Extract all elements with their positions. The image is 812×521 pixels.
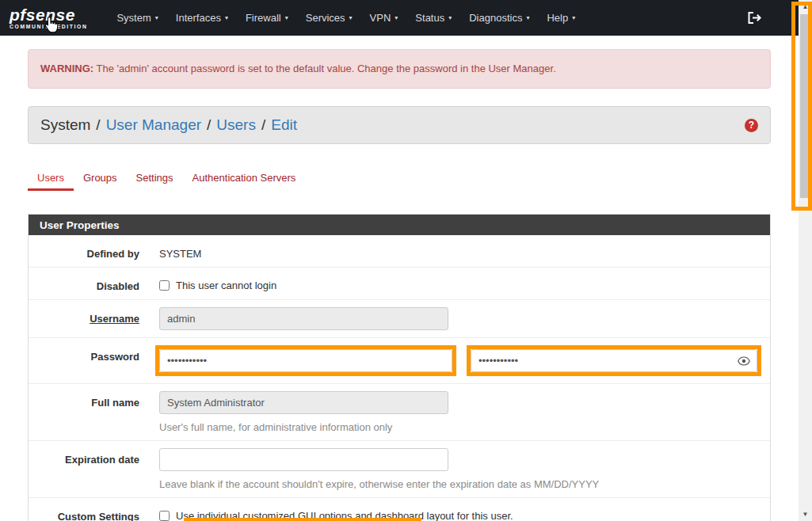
- chevron-down-icon: ▾: [572, 14, 575, 21]
- tab-bar: Users Groups Settings Authentication Ser…: [28, 165, 771, 191]
- expiration-date-label: Expiration date: [29, 448, 159, 466]
- breadcrumb-edit[interactable]: Edit: [271, 116, 297, 134]
- form-row-password: Password: [29, 338, 770, 384]
- nav-item-system[interactable]: System▾: [108, 6, 166, 30]
- navbar-menu: System▾ Interfaces▾ Firewall▾ Services▾ …: [108, 6, 584, 30]
- nav-item-firewall[interactable]: Firewall▾: [237, 6, 297, 30]
- chevron-down-icon: ▾: [526, 14, 529, 21]
- breadcrumb-separator: /: [261, 116, 265, 134]
- full-name-input: [159, 391, 448, 414]
- tab-authentication-servers[interactable]: Authentication Servers: [183, 165, 306, 191]
- breadcrumb-separator: /: [207, 116, 211, 134]
- nav-item-diagnostics[interactable]: Diagnostics▾: [460, 6, 538, 30]
- nav-item-services[interactable]: Services▾: [297, 6, 361, 30]
- help-icon[interactable]: ?: [745, 119, 758, 132]
- pfsense-logo-subtext: COMMUNITY EDITION: [10, 25, 87, 30]
- scrollbar-thumb[interactable]: [800, 14, 810, 198]
- form-row-expiration-date: Expiration date Leave blank if the accou…: [29, 441, 770, 498]
- reveal-password-eye-icon[interactable]: [738, 356, 750, 366]
- tab-users[interactable]: Users: [28, 165, 74, 191]
- scroll-down-arrow-icon[interactable]: ▼: [799, 508, 812, 520]
- password-label: Password: [29, 345, 159, 363]
- logout-icon[interactable]: [747, 11, 762, 25]
- vertical-scrollbar[interactable]: ▲ ▼: [799, 0, 812, 521]
- disabled-checkbox-label: This user cannot login: [176, 280, 276, 291]
- tab-settings[interactable]: Settings: [127, 165, 183, 191]
- defined-by-label: Defined by: [29, 242, 159, 260]
- nav-item-diagnostics-label: Diagnostics: [469, 12, 522, 24]
- username-label[interactable]: Username: [29, 307, 159, 325]
- disabled-checkbox[interactable]: [159, 280, 170, 291]
- pfsense-logo-text: pfsense: [10, 6, 87, 23]
- custom-settings-checkbox-label: Use individual customized GUI options an…: [176, 510, 513, 521]
- nav-item-vpn[interactable]: VPN▾: [361, 6, 407, 30]
- highlight-confirm-password-field: [467, 345, 761, 376]
- form-row-disabled: Disabled This user cannot login: [29, 268, 770, 300]
- breadcrumb-user-manager[interactable]: User Manager: [106, 116, 201, 134]
- highlight-password-field: [155, 345, 456, 376]
- chevron-down-icon: ▾: [225, 14, 228, 21]
- form-row-full-name: Full name User's full name, for administ…: [29, 384, 770, 441]
- nav-item-vpn-label: VPN: [370, 12, 391, 24]
- defined-by-value: SYSTEM: [159, 242, 754, 260]
- full-name-help-text: User's full name, for administrative inf…: [159, 421, 754, 433]
- confirm-password-input[interactable]: [471, 349, 757, 372]
- pfsense-page: pfsense COMMUNITY EDITION System▾ Interf…: [0, 0, 799, 521]
- custom-settings-label: Custom Settings: [29, 505, 159, 521]
- chevron-down-icon: ▾: [285, 14, 288, 21]
- nav-item-firewall-label: Firewall: [246, 12, 281, 24]
- nav-item-interfaces-label: Interfaces: [176, 12, 221, 24]
- chevron-down-icon: ▾: [448, 14, 452, 21]
- disabled-label: Disabled: [29, 275, 159, 292]
- nav-item-system-label: System: [116, 12, 151, 24]
- custom-settings-checkbox[interactable]: [159, 511, 170, 521]
- nav-item-help-label: Help: [547, 12, 568, 24]
- expiration-date-help-text: Leave blank if the account shouldn't exp…: [159, 478, 754, 490]
- full-name-label: Full name: [29, 391, 159, 409]
- nav-item-status-label: Status: [415, 12, 444, 24]
- top-navbar: pfsense COMMUNITY EDITION System▾ Interf…: [0, 0, 799, 36]
- warning-prefix: WARNING:: [40, 63, 93, 74]
- breadcrumb: System / User Manager / Users / Edit ?: [28, 106, 771, 144]
- nav-item-help[interactable]: Help▾: [538, 6, 584, 30]
- panel-title: User Properties: [29, 215, 770, 235]
- nav-item-services-label: Services: [306, 12, 345, 24]
- chevron-down-icon: ▾: [395, 14, 398, 21]
- main-content: WARNING: The 'admin' account password is…: [0, 36, 799, 521]
- breadcrumb-system: System: [40, 116, 90, 134]
- tab-groups[interactable]: Groups: [74, 165, 127, 191]
- password-warning-alert: WARNING: The 'admin' account password is…: [28, 49, 771, 89]
- form-row-custom-settings: Custom Settings Use individual customize…: [29, 498, 770, 521]
- breadcrumb-users[interactable]: Users: [216, 116, 256, 134]
- form-row-username: Username: [29, 300, 770, 338]
- scroll-up-arrow-icon[interactable]: ▲: [799, 1, 812, 13]
- user-properties-form: Defined by SYSTEM Disabled This user can…: [29, 235, 770, 521]
- chevron-down-icon: ▾: [349, 14, 353, 21]
- breadcrumb-separator: /: [96, 116, 100, 134]
- warning-message: The 'admin' account password is set to t…: [93, 63, 357, 74]
- expiration-date-input[interactable]: [159, 448, 448, 471]
- form-row-defined-by: Defined by SYSTEM: [29, 235, 770, 268]
- change-password-link[interactable]: Change the password in the User Manager.: [357, 63, 556, 74]
- nav-item-status[interactable]: Status▾: [406, 6, 460, 30]
- user-properties-panel: User Properties Defined by SYSTEM Disabl…: [28, 214, 771, 521]
- nav-item-interfaces[interactable]: Interfaces▾: [167, 6, 237, 30]
- pfsense-logo[interactable]: pfsense COMMUNITY EDITION: [10, 6, 87, 30]
- password-input[interactable]: [159, 349, 452, 372]
- username-input: [159, 307, 448, 330]
- chevron-down-icon: ▾: [155, 14, 158, 21]
